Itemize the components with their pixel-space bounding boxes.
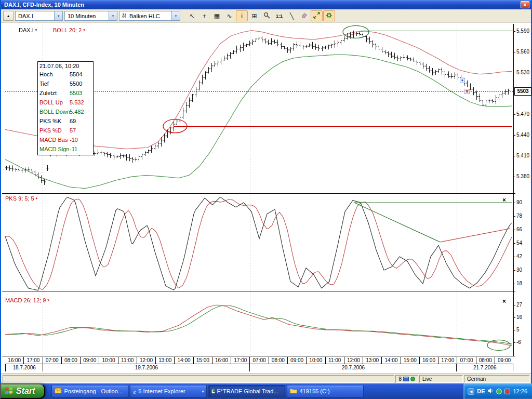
info-tool-button[interactable]: i	[236, 10, 248, 21]
tooltip-label: BOLL Up	[39, 98, 70, 107]
start-button[interactable]: Start	[0, 383, 45, 399]
taskbar-button-label: 5 Internet Explorer	[138, 388, 200, 394]
taskbar-button-label: Posteingang - Outloo...	[64, 388, 125, 394]
tooltip-row: PKS %K69	[38, 116, 93, 126]
macd-panel-close-button[interactable]: ×	[500, 298, 508, 305]
settings-tool-button[interactable]	[323, 10, 335, 21]
line-tool-button[interactable]: ╲	[286, 10, 298, 21]
time-label: 07:00	[43, 357, 62, 364]
grid-tool-button[interactable]: ▦	[211, 10, 223, 21]
axis-label: 30	[516, 267, 522, 273]
time-label: 14:00	[175, 357, 193, 364]
axis-label: 5.380	[516, 174, 529, 180]
macd-indicator-label[interactable]: MACD 26; 12; 9 ▾	[5, 297, 49, 303]
app-window: DAX.I, CFD-Index, 10 Minuten × ▲ DAX.I ▼…	[0, 0, 532, 383]
tooltip-value: -11	[70, 144, 91, 154]
time-label: 15:00	[194, 357, 212, 364]
taskbar-button[interactable]: e5 Internet Explorer▾	[130, 385, 207, 397]
tooltip-row: Zuletzt5503	[38, 88, 93, 98]
folder-icon	[290, 388, 297, 395]
interval-select-value: 10 Minuten	[65, 13, 109, 19]
interval-select[interactable]: 10 Minuten ▼	[64, 11, 117, 21]
axis-label: 54	[516, 240, 522, 246]
window-title: DAX.I, CFD-Index, 10 Minuten	[3, 2, 521, 8]
windows-flag-icon	[5, 386, 14, 397]
date-axis: 18.7.200619.7.200620.7.200621.7.2006	[5, 364, 513, 371]
magnifier-tool-button[interactable]	[261, 10, 273, 21]
axis-label: 66	[516, 227, 522, 233]
axis-label: 5.530	[516, 70, 529, 76]
taskbar-button[interactable]: EE*TRADE Global Trad...	[208, 385, 285, 397]
pks-indicator-label[interactable]: PKS 9; 5; 5 ▾	[5, 195, 37, 202]
eraser-tool-button[interactable]	[298, 10, 310, 21]
tooltip-value: 5.532	[70, 98, 91, 107]
crosshair-tool-button[interactable]: +	[198, 10, 210, 21]
volume-icon[interactable]	[487, 387, 494, 396]
time-label: 13:00	[156, 357, 175, 364]
chevron-down-icon: ▼	[109, 11, 117, 20]
clock: 12:26	[513, 388, 527, 394]
close-icon: ×	[502, 196, 506, 204]
antivirus-icon[interactable]	[504, 389, 510, 394]
language-chevron-icon[interactable]: ◀	[468, 388, 474, 395]
one-to-one-tool-button[interactable]: 1:1	[273, 10, 285, 21]
pks-panel-close-button[interactable]: ×	[500, 196, 508, 204]
taskbar-button-label: E*TRADE Global Trad...	[217, 388, 282, 394]
settings-icon	[326, 12, 332, 20]
tooltip-row: MACD Sign-11	[38, 144, 93, 154]
live-status: Live	[419, 375, 463, 383]
tooltip-value: 5.482	[70, 107, 91, 116]
tooltip-label: MACD Sign	[39, 144, 70, 154]
tooltip-label: Zuletzt	[39, 88, 70, 98]
tooltip-row: Tief5500	[38, 79, 93, 88]
chart-area: DAX.I ▾ BOLL 20; 2 ▾ PKS 9; 5; 5 ▾ MACD …	[1, 23, 531, 374]
chart-type-select[interactable]: Balken HLC ▼	[119, 11, 180, 21]
messenger-icon[interactable]	[496, 389, 502, 394]
tooltip-row: BOLL Up5.532	[38, 98, 93, 107]
taskbar-button[interactable]: 419155 (C:)	[287, 385, 364, 397]
time-label: 08:00	[62, 357, 81, 364]
wave-tool-button[interactable]: ∿	[223, 10, 235, 21]
time-label: 07:00	[457, 357, 476, 364]
cursor-tool-button[interactable]: ↖	[186, 10, 198, 21]
time-label: 10:00	[307, 357, 325, 364]
time-label: 11:00	[326, 357, 344, 364]
axis-label: 78	[516, 213, 522, 219]
axis-label: 5.560	[516, 49, 529, 55]
time-label: 16:00	[420, 357, 438, 364]
zoom-window-tool-button[interactable]: ⊞	[248, 10, 260, 21]
tooltip-row: Hoch5504	[38, 70, 93, 79]
time-label: 16:00	[212, 357, 231, 364]
autoscale-tool-button[interactable]	[311, 10, 323, 21]
tooltip-value: 5500	[70, 79, 91, 88]
connection-count: 8	[398, 376, 402, 382]
chevron-down-icon: ▾	[83, 28, 85, 33]
time-label: 09:00	[495, 357, 513, 364]
time-label: 14:00	[382, 357, 401, 364]
line-icon: ╲	[290, 12, 294, 20]
collapse-button[interactable]: ▲	[3, 11, 14, 21]
taskbar-button[interactable]: Posteingang - Outloo...	[51, 385, 128, 397]
chevron-down-icon: ▾	[36, 196, 38, 201]
taskbar-button-label: 419155 (C:)	[299, 388, 361, 394]
date-label: 19.7.2006	[43, 364, 249, 371]
time-label: 17:00	[231, 357, 250, 364]
close-button[interactable]: ×	[521, 1, 529, 8]
tooltip-label: PKS %K	[39, 116, 70, 126]
toolbar: ▲ DAX.I ▼ 10 Minuten ▼ Balken HLC ▼ ↖+▦∿…	[1, 9, 531, 23]
screen: DAX.I, CFD-Index, 10 Minuten × ▲ DAX.I ▼…	[0, 0, 532, 399]
tooltip-row: PKS %D57	[38, 126, 93, 135]
chevron-down-icon: ▾	[47, 298, 49, 303]
language-indicator[interactable]: DE	[477, 388, 485, 394]
boll-indicator-label[interactable]: BOLL 20; 2 ▾	[53, 27, 85, 33]
tooltip-label: BOLL Down	[39, 107, 70, 116]
axis-label: 27	[516, 302, 522, 308]
tooltip-label: MACD Bas	[39, 135, 70, 144]
close-icon: ×	[524, 2, 527, 8]
symbol-select[interactable]: DAX.I ▼	[15, 11, 63, 21]
language-status: German	[464, 375, 529, 383]
tooltip-label: PKS %D	[39, 126, 70, 135]
symbol-indicator-label[interactable]: DAX.I ▾	[19, 27, 37, 33]
chevron-down-icon: ▼	[171, 11, 180, 20]
axis-label: 90	[516, 200, 522, 206]
